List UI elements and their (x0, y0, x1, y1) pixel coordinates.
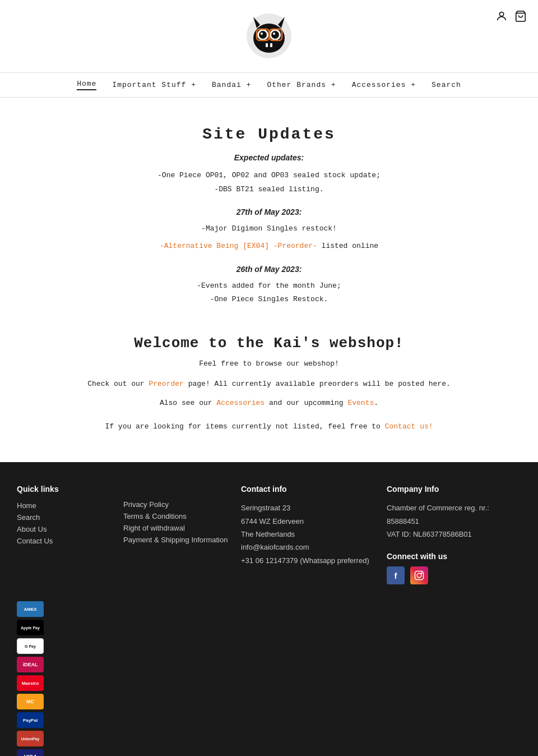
payment-visa: VISA (17, 749, 44, 756)
svg-point-8 (261, 33, 263, 35)
date2-line-2: -One Piece Singles Restock. (84, 293, 454, 307)
contact-link[interactable]: Contact us! (385, 422, 433, 431)
contact-phone: +31 06 12147379 (Whatsapp preferred) (241, 554, 375, 567)
footer-company-connect: Company Info Chamber of Commerce reg. nr… (387, 485, 521, 584)
contact-address2: 6744 WZ Ederveen (241, 515, 375, 528)
welcome-line1-prefix: Check out our (87, 380, 149, 388)
footer-legal: Privacy Policy Terms & Conditions Right … (123, 485, 230, 584)
footer-payment-shipping[interactable]: Payment & Shipping Information (123, 536, 230, 544)
payment-mastercard: MC (17, 694, 44, 709)
date1-link-line: -Alternative Being [EX04] -Preorder- lis… (84, 239, 454, 253)
payment-maestro: Maestro (17, 675, 44, 691)
footer-link-search[interactable]: Search (17, 513, 112, 522)
contact-email: info@kaiofcards.com (241, 541, 375, 554)
contact-title: Contact info (241, 485, 375, 494)
header-icons (495, 10, 527, 26)
footer-quick-links: Quick links Home Search About Us Contact… (17, 485, 112, 584)
footer-terms[interactable]: Terms & Conditions (123, 512, 230, 520)
welcome-line2-prefix: Also see our (160, 399, 216, 407)
svg-point-9 (273, 33, 275, 35)
svg-point-15 (499, 12, 503, 16)
expected-updates-label: Expected updates: (84, 153, 454, 162)
main-nav: Home Important Stuff + Bandai + Other Br… (0, 72, 538, 98)
header (0, 0, 538, 72)
expected-line-1: -One Piece OP01, OP02 and OP03 sealed st… (84, 169, 454, 183)
quick-links-title: Quick links (17, 485, 112, 494)
welcome-line2-suffix: . (374, 399, 378, 407)
welcome-preorder-line: Check out our Preorder page! All current… (84, 377, 454, 391)
date2-header: 26th of May 2023: (84, 265, 454, 274)
site-logo (245, 12, 293, 60)
nav-accessories[interactable]: Accessories + (352, 81, 416, 89)
footer-link-home[interactable]: Home (17, 501, 112, 510)
footer-withdrawal[interactable]: Right of withdrawal (123, 524, 230, 532)
preorder-link[interactable]: Preorder (149, 380, 183, 388)
nav-other-brands[interactable]: Other Brands + (267, 81, 336, 89)
contact-address1: Seringstraat 23 (241, 501, 375, 514)
company-line1: Chamber of Commerce reg. nr.: (387, 501, 521, 514)
cart-icon[interactable] (514, 10, 527, 26)
date1-header: 27th of May 2023: (84, 208, 454, 216)
company-line2: 85888451 (387, 515, 521, 528)
nav-search[interactable]: Search (432, 81, 461, 89)
date1-link-suffix: listed online (317, 242, 378, 250)
site-updates-title: Site Updates (84, 126, 454, 143)
legal-spacer (123, 485, 230, 500)
social-icons: f (387, 566, 521, 584)
connect-title: Connect with us (387, 552, 521, 561)
svg-point-19 (421, 573, 422, 574)
expected-line-2: -DBS BT21 sealed listing. (84, 183, 454, 197)
welcome-sub: Feel free to browse our webshop! (84, 359, 454, 368)
welcome-contact-line: If you are looking for items currently n… (84, 420, 454, 434)
footer-link-contact[interactable]: Contact Us (17, 537, 112, 545)
facebook-icon[interactable]: f (387, 566, 405, 584)
footer-privacy[interactable]: Privacy Policy (123, 500, 230, 509)
nav-home[interactable]: Home (77, 80, 96, 90)
welcome-accessories-line: Also see our Accessories and our upcommi… (84, 396, 454, 411)
contact-country: The Netherlands (241, 528, 375, 541)
logo-container (245, 7, 293, 66)
payment-ideal: iDEAL (17, 657, 44, 672)
payment-amex: AMEX (17, 601, 44, 617)
svg-rect-14 (270, 43, 272, 47)
payment-unionpay: UnionPay (17, 731, 44, 746)
payment-paypal: PayPal (17, 712, 44, 728)
alternative-being-link[interactable]: -Alternative Being [EX04] -Preorder- (160, 242, 317, 250)
welcome-title: Welcome to the Kai's webshop! (84, 335, 454, 352)
account-icon[interactable] (495, 10, 508, 26)
company-line3: VAT ID: NL863778586B01 (387, 528, 521, 541)
payment-methods: AMEX Apple Pay G Pay iDEAL Maestro MC Pa… (17, 601, 50, 756)
nav-bandai[interactable]: Bandai + (212, 81, 251, 89)
welcome-line2-mid: and our upcomming (265, 399, 347, 407)
welcome-line3-prefix: If you are looking for items currently n… (105, 422, 384, 431)
footer-grid: Quick links Home Search About Us Contact… (17, 485, 521, 584)
svg-rect-13 (266, 43, 268, 47)
svg-point-6 (259, 31, 267, 39)
footer-contact: Contact info Seringstraat 23 6744 WZ Ede… (241, 485, 375, 584)
expected-updates-content: -One Piece OP01, OP02 and OP03 sealed st… (84, 169, 454, 196)
svg-point-18 (417, 574, 421, 578)
payment-applepay: Apple Pay (17, 620, 44, 635)
footer: Quick links Home Search About Us Contact… (0, 462, 538, 756)
welcome-line1-suffix: page! All currently available preorders … (184, 380, 451, 388)
svg-point-7 (271, 31, 279, 39)
nav-important[interactable]: Important Stuff + (112, 81, 196, 89)
instagram-icon[interactable] (410, 566, 428, 584)
company-title: Company Info (387, 485, 521, 494)
events-link[interactable]: Events (347, 399, 374, 407)
accessories-link[interactable]: Accessories (216, 399, 265, 407)
footer-link-about[interactable]: About Us (17, 525, 112, 533)
date1-line-1: -Major Digimon Singles restock! (84, 222, 454, 236)
date2-line-1: -Events added for the month June; (84, 279, 454, 293)
svg-rect-17 (415, 571, 424, 580)
main-content: Site Updates Expected updates: -One Piec… (73, 98, 465, 462)
payment-googlepay: G Pay (17, 638, 44, 654)
